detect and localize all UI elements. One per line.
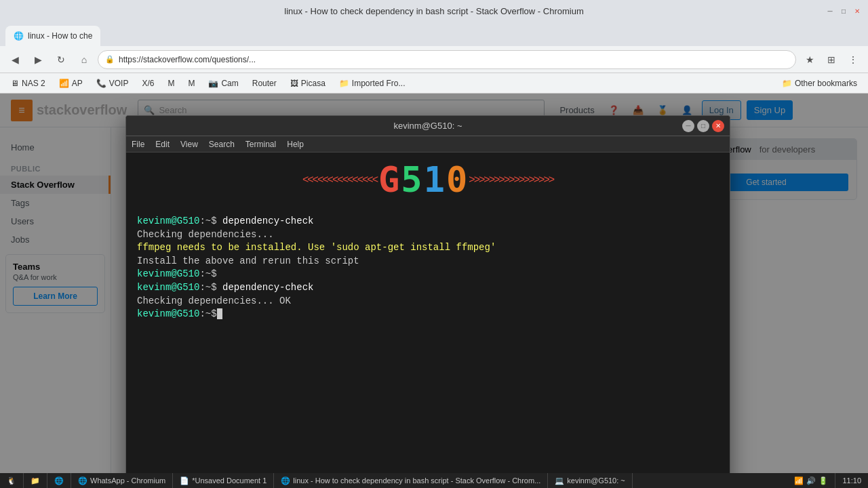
term-line-2: Checking dependencies... <box>137 228 719 242</box>
term-line-4: Install the above and rerun this script <box>137 255 719 268</box>
window-controls: ─ □ ✕ <box>825 5 863 16</box>
taskbar-item-apps[interactable]: 🐧 <box>0 473 24 488</box>
title-bar-text: linux - How to check dependency in bash … <box>284 6 583 16</box>
taskbar-item-chromium-so[interactable]: 🌐 WhatsApp - Chromium <box>71 473 173 488</box>
terminal-window: kevinm@G510: ~ ─ □ ✕ File Edit View Sear… <box>125 115 730 473</box>
browser-toolbar: ◀ ▶ ↻ ⌂ 🔒 https://stackoverflow.com/ques… <box>0 46 868 73</box>
bookmark-cam[interactable]: 📷 Cam <box>203 77 243 89</box>
address-bar[interactable]: 🔒 https://stackoverflow.com/questions/..… <box>98 50 796 69</box>
taskbar-browser-icon: 🌐 <box>54 476 64 485</box>
taskbar-time: 11:10 <box>835 476 868 485</box>
terminal-minimize-button[interactable]: ─ <box>682 120 694 132</box>
taskbar-item-document[interactable]: 📄 *Unsaved Document 1 <box>173 473 274 488</box>
term-line-3: ffmpeg needs to be installed. Use 'sudo … <box>137 241 719 255</box>
term-line-1: kevinm@G510:~$ dependency-check <box>137 215 719 228</box>
term-line-8: kevinm@G510:~$ <box>137 308 719 321</box>
taskbar: 🐧 📁 🌐 🌐 WhatsApp - Chromium 📄 *Unsaved D… <box>0 473 868 488</box>
bookmark-x6[interactable]: X/6 <box>136 77 159 89</box>
battery-icon: 🔋 <box>818 476 828 485</box>
tab-label: linux - How to che <box>28 31 92 41</box>
taskbar-whatsapp-label: WhatsApp - Chromium <box>90 476 165 485</box>
lock-icon: 🔒 <box>105 55 115 64</box>
toolbar-icons: ★ ⊞ ⋮ <box>800 50 863 69</box>
terminal-menu-terminal[interactable]: Terminal <box>245 140 276 149</box>
url-text: https://stackoverflow.com/questions/... <box>119 55 256 64</box>
terminal-menu-search[interactable]: Search <box>209 140 235 149</box>
bookmark-nas[interactable]: 🖥 NAS 2 <box>5 77 51 89</box>
term-line-7: Checking dependencies... OK <box>137 295 719 308</box>
taskbar-item-files[interactable]: 📁 <box>24 473 47 488</box>
taskbar-chromium-icon: 🌐 <box>78 476 87 485</box>
home-button[interactable]: ⌂ <box>75 50 94 69</box>
logo-right-arrows: >>>>>>>>>>>>>>>>> <box>469 174 553 186</box>
maximize-button[interactable]: □ <box>838 5 849 16</box>
taskbar-terminal-label: kevinm@G510: ~ <box>567 476 625 485</box>
bookmark-m2[interactable]: M <box>182 77 200 89</box>
terminal-title: kevinm@G510: ~ <box>394 121 462 131</box>
terminal-cursor <box>217 308 222 319</box>
chromium-window: linux - How to check dependency in bash … <box>0 0 868 488</box>
terminal-menu-help[interactable]: Help <box>287 140 304 149</box>
bookmark-picasa[interactable]: 🖼 Picasa <box>285 77 331 89</box>
title-bar: linux - How to check dependency in bash … <box>0 0 868 22</box>
forward-button[interactable]: ▶ <box>28 50 47 69</box>
taskbar-item-so[interactable]: 🌐 linux - How to check dependency in bas… <box>274 473 548 488</box>
bookmark-imported[interactable]: 📁 Imported Fro... <box>334 77 411 89</box>
terminal-menu-edit[interactable]: Edit <box>155 140 170 149</box>
close-button[interactable]: ✕ <box>852 5 863 16</box>
bookmark-voip[interactable]: 📞 VOIP <box>91 77 134 89</box>
logo-char-0: 0 <box>446 159 467 200</box>
terminal-maximize-button[interactable]: □ <box>697 120 709 132</box>
taskbar-files-icon: 📁 <box>31 476 40 485</box>
network-icon: 📶 <box>794 476 804 485</box>
logo-char-5: 5 <box>401 159 422 200</box>
taskbar-item-browser1[interactable]: 🌐 <box>47 473 71 488</box>
terminal-logo: <<<<<<<<<<<<<<< G 5 1 0 >>>>>>>>>>>>>>>>… <box>126 152 730 207</box>
logo-left-arrows: <<<<<<<<<<<<<<< <box>302 174 377 186</box>
so-page: ≡ stackoverflow 🔍 Search Products ❓ 📥 🏅 … <box>0 94 868 473</box>
terminal-controls: ─ □ ✕ <box>682 120 724 132</box>
taskbar-item-terminal[interactable]: 💻 kevinm@G510: ~ <box>548 473 632 488</box>
taskbar-app-icon: 🐧 <box>7 476 16 485</box>
tab-favicon: 🌐 <box>14 31 24 41</box>
term-line-5: kevinm@G510:~$ <box>137 268 719 281</box>
volume-icon: 🔊 <box>806 476 816 485</box>
taskbar-document-icon: 📄 <box>180 476 189 485</box>
terminal-close-button[interactable]: ✕ <box>712 120 724 132</box>
bookmark-router[interactable]: Router <box>247 77 282 89</box>
extensions-icon[interactable]: ⊞ <box>822 50 841 69</box>
bookmarks-bar: 🖥 NAS 2 📶 AP 📞 VOIP X/6 M M 📷 Cam Router… <box>0 73 868 94</box>
logo-char-1: 1 <box>424 159 445 200</box>
terminal-menubar: File Edit View Search Terminal Help <box>126 136 730 152</box>
logo-char-g: G <box>378 159 399 200</box>
term-line-6: kevinm@G510:~$ dependency-check <box>137 281 719 295</box>
taskbar-so-icon: 🌐 <box>281 476 290 485</box>
back-button[interactable]: ◀ <box>5 50 24 69</box>
terminal-titlebar: kevinm@G510: ~ ─ □ ✕ <box>126 116 730 136</box>
terminal-content[interactable]: kevinm@G510:~$ dependency-check Checking… <box>126 207 730 473</box>
reload-button[interactable]: ↻ <box>52 50 71 69</box>
bookmark-icon[interactable]: ★ <box>800 50 819 69</box>
bookmark-m1[interactable]: M <box>162 77 180 89</box>
other-bookmarks[interactable]: 📁 Other bookmarks <box>776 77 863 89</box>
taskbar-so-label: linux - How to check dependency in bash … <box>293 476 540 485</box>
menu-icon[interactable]: ⋮ <box>844 50 863 69</box>
taskbar-system-tray: 📶 🔊 🔋 <box>787 473 835 488</box>
minimize-button[interactable]: ─ <box>825 5 835 16</box>
bookmark-ap[interactable]: 📶 AP <box>54 77 88 89</box>
browser-tab[interactable]: 🌐 linux - How to che <box>5 26 100 46</box>
terminal-menu-file[interactable]: File <box>132 140 144 149</box>
taskbar-terminal-icon: 💻 <box>555 476 564 485</box>
tab-bar: 🌐 linux - How to che <box>0 22 868 46</box>
taskbar-document-label: *Unsaved Document 1 <box>192 476 267 485</box>
terminal-menu-view[interactable]: View <box>180 140 198 149</box>
